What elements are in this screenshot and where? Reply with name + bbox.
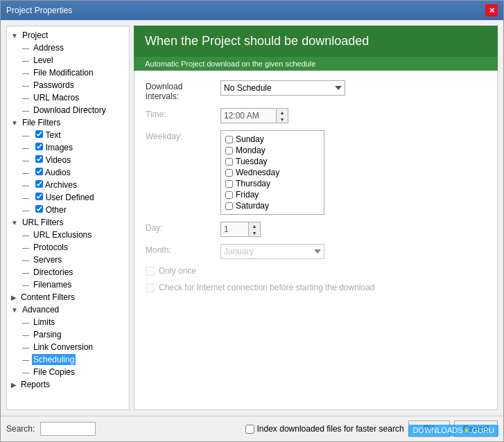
images-checkbox[interactable] (35, 143, 43, 150)
weekday-saturday: Saturday (225, 200, 320, 211)
sidebar-item-user-defined[interactable]: — User Defined (7, 191, 129, 204)
thursday-checkbox[interactable] (225, 180, 233, 188)
index-checkbox-wrap: Index downloaded files for faster search (245, 424, 404, 434)
bottom-right: Index downloaded files for faster search… (245, 421, 498, 437)
day-input-wrap: ▲ ▼ (220, 222, 261, 237)
weekday-thursday: Thursday (225, 178, 320, 189)
sidebar-item-file-copies[interactable]: —File Copies (7, 366, 129, 378)
check-internet-checkbox[interactable] (146, 283, 155, 292)
window-title: Project Properties (6, 6, 72, 15)
cancel-button[interactable]: Cancel (454, 421, 498, 437)
panel-title: When the Project should be downloaded (145, 34, 487, 48)
weekday-row: Weekday: Sunday Monday (146, 130, 486, 215)
download-intervals-label: Download intervals: (146, 80, 215, 101)
sunday-label: Sunday (236, 134, 264, 144)
sidebar-item-text[interactable]: — Text (7, 129, 129, 141)
only-once-checkbox[interactable] (146, 267, 155, 276)
sidebar-item-servers[interactable]: —Servers (7, 254, 129, 266)
check-internet-label: Check for Internet connection before sta… (159, 283, 375, 292)
day-spin-buttons: ▲ ▼ (248, 222, 261, 237)
check-internet-row: Check for Internet connection before sta… (146, 283, 486, 292)
sidebar-item-file-filters[interactable]: ▼File Filters (7, 116, 129, 129)
sidebar-item-filenames[interactable]: —Filenames (7, 279, 129, 291)
sidebar-item-directories[interactable]: —Directories (7, 266, 129, 279)
panel-header: When the Project should be downloaded (134, 26, 498, 57)
sidebar-item-archives[interactable]: — Archives (7, 179, 129, 191)
videos-checkbox[interactable] (35, 155, 43, 163)
user-defined-checkbox[interactable] (35, 193, 43, 200)
friday-checkbox[interactable] (225, 191, 233, 199)
month-row: Month: January February March April May … (146, 244, 486, 259)
weekday-tuesday: Tuesday (225, 156, 320, 167)
sidebar-item-content-filters[interactable]: ▶Content Filters (7, 291, 129, 303)
sidebar: ▼Project —Address —Level —File Modificat… (6, 26, 130, 410)
sidebar-item-url-filters[interactable]: ▼URL Filters (7, 216, 129, 229)
sidebar-item-label[interactable]: Project (21, 30, 49, 41)
index-label: Index downloaded files for faster search (257, 424, 404, 434)
month-label: Month: (146, 244, 215, 255)
day-label: Day: (146, 222, 215, 233)
weekday-box: Sunday Monday Tuesday (220, 130, 324, 215)
sidebar-item-project[interactable]: ▼Project (7, 29, 129, 42)
ok-button[interactable]: OK (408, 421, 450, 437)
wednesday-label: Wednesday (236, 168, 279, 177)
day-input[interactable] (220, 222, 248, 237)
main-panel: When the Project should be downloaded Au… (134, 26, 498, 410)
text-checkbox[interactable] (35, 130, 43, 138)
sidebar-item-protocols[interactable]: —Protocols (7, 241, 129, 254)
only-once-row: Only once (146, 266, 486, 276)
project-properties-window: Project Properties ✕ ▼Project —Address —… (0, 0, 504, 442)
sidebar-item-link-conversion[interactable]: —Link Conversion (7, 341, 129, 353)
saturday-checkbox[interactable] (225, 202, 233, 210)
download-intervals-select[interactable]: No Schedule Once Daily Weekly Monthly (220, 80, 345, 96)
sidebar-item-scheduling[interactable]: —Scheduling (7, 353, 129, 366)
sunday-checkbox[interactable] (225, 136, 233, 143)
sidebar-item-url-exclusions[interactable]: —URL Exclusions (7, 229, 129, 241)
sidebar-item-address[interactable]: —Address (7, 42, 129, 54)
title-bar: Project Properties ✕ (1, 1, 503, 20)
sidebar-item-parsing[interactable]: —Parsing (7, 328, 129, 341)
month-select[interactable]: January February March April May June Ju… (220, 244, 324, 259)
sidebar-item-images[interactable]: — Images (7, 141, 129, 154)
time-spin-down[interactable]: ▼ (277, 116, 288, 123)
tuesday-label: Tuesday (236, 157, 268, 166)
sidebar-item-file-modification[interactable]: —File Modification (7, 67, 129, 79)
index-checkbox[interactable] (245, 425, 254, 434)
only-once-label: Only once (159, 266, 196, 276)
weekday-wednesday: Wednesday (225, 167, 320, 178)
sidebar-item-url-macros[interactable]: —URL Macros (7, 91, 129, 104)
tuesday-checkbox[interactable] (225, 158, 233, 166)
audios-checkbox[interactable] (35, 168, 43, 175)
close-button[interactable]: ✕ (485, 4, 498, 17)
search-input[interactable] (40, 422, 96, 436)
sidebar-item-audios[interactable]: — Audios (7, 166, 129, 179)
sidebar-item-other[interactable]: — Other (7, 204, 129, 216)
time-row: Time: ▲ ▼ (146, 108, 486, 123)
download-intervals-wrap: No Schedule Once Daily Weekly Monthly (220, 80, 486, 96)
other-checkbox[interactable] (35, 205, 43, 213)
sidebar-item-limits[interactable]: —Limits (7, 316, 129, 328)
saturday-label: Saturday (236, 201, 269, 211)
sidebar-item-level[interactable]: —Level (7, 54, 129, 67)
sidebar-item-reports[interactable]: ▶Reports (7, 378, 129, 391)
monday-checkbox[interactable] (225, 147, 233, 154)
panel-body: Download intervals: No Schedule Once Dai… (134, 71, 498, 410)
sidebar-item-advanced[interactable]: ▼Advanced (7, 303, 129, 316)
time-input-wrap: ▲ ▼ (220, 108, 288, 123)
time-label: Time: (146, 108, 215, 119)
day-row: Day: ▲ ▼ (146, 222, 486, 237)
weekday-friday: Friday (225, 189, 320, 200)
sidebar-item-download-directory[interactable]: —Download Directory (7, 104, 129, 116)
day-spin-down[interactable]: ▼ (249, 229, 260, 236)
day-spin-up[interactable]: ▲ (249, 222, 260, 229)
time-input[interactable] (220, 108, 276, 123)
wednesday-checkbox[interactable] (225, 169, 233, 177)
search-label: Search: (6, 424, 35, 434)
monday-label: Monday (236, 145, 266, 155)
time-spin-buttons: ▲ ▼ (276, 108, 288, 123)
archives-checkbox[interactable] (35, 180, 43, 188)
time-spin-up[interactable]: ▲ (277, 109, 288, 116)
sidebar-item-passwords[interactable]: —Passwords (7, 79, 129, 91)
month-wrap: January February March April May June Ju… (220, 244, 486, 259)
sidebar-item-videos[interactable]: — Videos (7, 154, 129, 166)
